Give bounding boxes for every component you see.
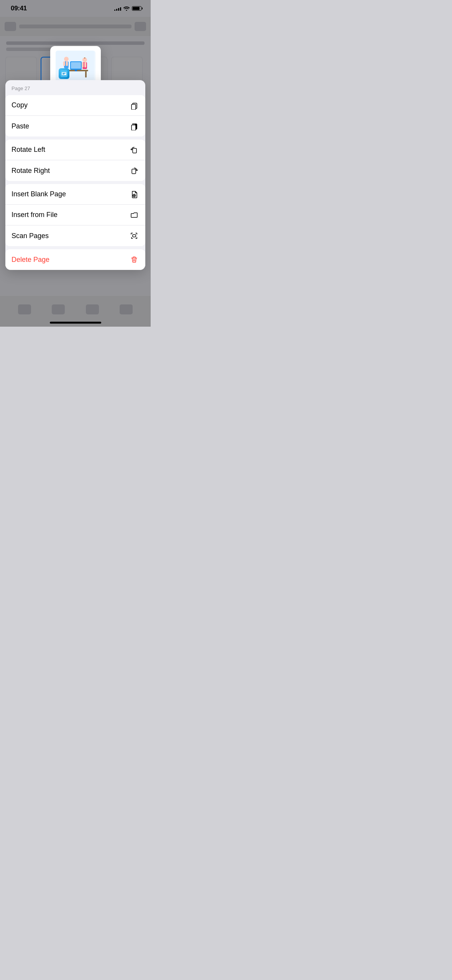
menu-section-label: Page 27 [5, 80, 145, 95]
svg-rect-29 [133, 235, 136, 237]
insert-from-file-button[interactable]: Insert from File [5, 205, 145, 225]
scan-pages-label: Scan Pages [12, 232, 49, 240]
copy-label: Copy [12, 101, 28, 109]
svg-rect-9 [63, 61, 65, 66]
svg-rect-16 [62, 72, 66, 75]
insert-blank-page-button[interactable]: Insert Blank Page [5, 184, 145, 205]
svg-rect-13 [82, 62, 84, 67]
status-bar: 09:41 [0, 0, 151, 17]
preview-app-icon [59, 68, 69, 79]
insert-file-label: Insert from File [12, 211, 58, 219]
insert-blank-icon [129, 189, 139, 199]
scan-pages-button[interactable]: Scan Pages [5, 225, 145, 246]
rotate-left-icon [129, 145, 139, 155]
battery-icon [132, 6, 141, 11]
status-time: 09:41 [11, 5, 27, 12]
paste-button[interactable]: Paste [5, 116, 145, 136]
svg-rect-24 [133, 148, 136, 153]
trash-icon [129, 255, 139, 265]
menu-group-insert: Insert Blank Page Insert from File Sca [5, 184, 145, 246]
menu-group-copy-paste: Copy Paste [5, 95, 145, 136]
menu-group-delete: Delete Page [5, 249, 145, 270]
rotate-right-label: Rotate Right [12, 167, 50, 175]
delete-page-label: Delete Page [12, 256, 49, 264]
svg-rect-10 [66, 61, 68, 66]
context-menu: Page 27 Copy Paste Ro [5, 80, 145, 270]
scan-icon [129, 231, 139, 241]
menu-group-rotate: Rotate Left Rotate Right [5, 140, 145, 181]
rotate-right-icon [129, 166, 139, 176]
signal-icon [114, 6, 121, 11]
svg-rect-6 [75, 70, 77, 71]
svg-rect-18 [62, 74, 64, 75]
svg-rect-20 [131, 104, 136, 110]
rotate-right-button[interactable]: Rotate Right [5, 160, 145, 181]
home-indicator [50, 322, 101, 324]
preview-image [56, 51, 95, 82]
wifi-icon [123, 6, 130, 11]
rotate-left-button[interactable]: Rotate Left [5, 140, 145, 160]
delete-page-button[interactable]: Delete Page [5, 249, 145, 270]
svg-rect-14 [84, 62, 86, 67]
svg-rect-23 [132, 123, 135, 125]
svg-point-7 [64, 57, 69, 61]
svg-rect-17 [62, 73, 66, 74]
svg-rect-22 [131, 125, 136, 130]
rotate-left-label: Rotate Left [12, 146, 45, 154]
paste-label: Paste [12, 122, 29, 130]
svg-rect-5 [71, 62, 81, 69]
folder-icon [129, 210, 139, 220]
paste-icon [129, 121, 139, 131]
svg-rect-3 [85, 71, 87, 77]
insert-blank-label: Insert Blank Page [12, 190, 66, 198]
status-icons [114, 6, 141, 11]
copy-icon [129, 100, 139, 110]
copy-button[interactable]: Copy [5, 95, 145, 116]
svg-rect-25 [132, 169, 136, 174]
